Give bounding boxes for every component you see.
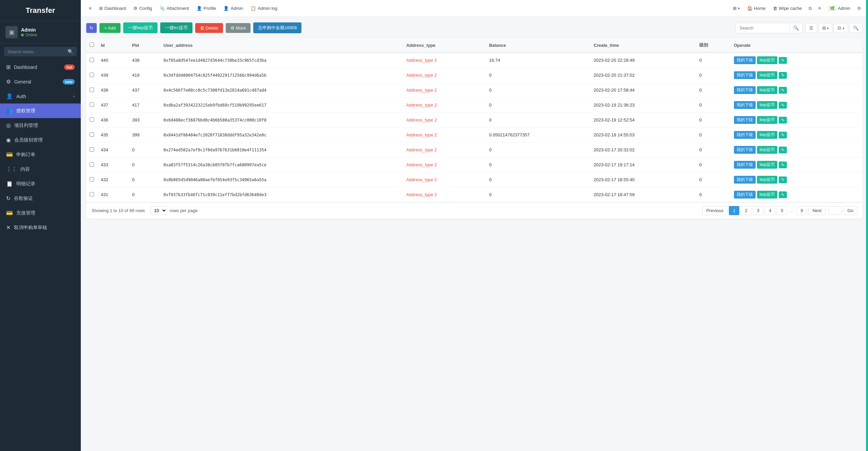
admin-user-btn[interactable]: 🌿 Admin [826,3,853,13]
edit-btn[interactable]: ✎ [779,132,787,138]
bep-withdraw-btn[interactable]: bep提币 [757,131,777,139]
page-2-btn[interactable]: 2 [741,206,751,215]
my-subordinate-btn[interactable]: 我的下级 [734,176,756,184]
row-checkbox-2[interactable] [90,88,94,92]
topnav-profile[interactable]: 👤 Profile [193,4,220,13]
my-subordinate-btn[interactable]: 我的下级 [734,146,756,154]
sidebar-item-content[interactable]: ⋮⋮内容 [0,162,81,176]
my-subordinate-btn[interactable]: 我的下级 [734,131,756,139]
sidebar-item-member-mgmt[interactable]: ◉会员级别管理 [0,133,81,147]
bep-withdraw-btn[interactable]: bep提币 [757,161,777,169]
bep-withdraw-btn[interactable]: bep提币 [757,116,777,124]
row-checkbox-6[interactable] [90,147,94,152]
topnav-attachment[interactable]: 📎 Attachment [156,4,192,13]
page-9-btn[interactable]: 9 [796,206,807,215]
go-to-page-input[interactable] [828,206,842,215]
bep-withdraw-btn[interactable]: bep提币 [757,176,777,184]
filter-btn[interactable]: ⊟ ▾ [834,23,848,33]
row-checkbox-1[interactable] [90,73,94,77]
search-button[interactable]: 🔍 [790,23,803,33]
bep-button[interactable]: 一键bep提币 [123,22,158,33]
bep-withdraw-btn[interactable]: bep提币 [757,71,777,79]
cell-pid: 437 [129,83,160,98]
search-icon: 🔍 [793,25,799,31]
topnav-dashboard[interactable]: ⊞ Dashboard [96,4,130,13]
my-subordinate-btn[interactable]: 我的下级 [734,86,756,94]
page-5-btn[interactable]: 5 [777,206,787,215]
sidebar-item-recharge[interactable]: 💳充值管理 [0,206,81,220]
my-subordinate-btn[interactable]: 我的下级 [734,71,756,79]
previous-btn[interactable]: Previous [702,206,728,215]
sidebar-item-orders[interactable]: 💳申购订单 [0,147,81,162]
my-subordinate-btn[interactable]: 我的下级 [734,56,756,64]
topnav-admin[interactable]: 👤 Admin [220,4,246,13]
sidebar-item-cancel-order[interactable]: ✕取消申购单审核 [0,220,81,235]
my-subordinate-btn[interactable]: 我的下级 [734,161,756,169]
sidebar-item-dashboard[interactable]: ⊞Dashboardhot [0,60,81,74]
sidebar-item-project-mgmt[interactable]: ◎项目列管理 [0,118,81,133]
row-checkbox-8[interactable] [90,177,94,182]
row-checkbox-3[interactable] [90,102,94,107]
edit-btn[interactable]: ✎ [779,191,787,198]
sidebar-item-general[interactable]: ⚙Generalnew [0,74,81,89]
search-input[interactable] [735,23,790,33]
refresh-button[interactable]: ↻ [86,23,97,33]
row-checkbox-5[interactable] [90,132,94,137]
row-checkbox-0[interactable] [90,58,94,62]
wipe-cache-btn[interactable]: 🗑 Wipe cache [770,4,805,13]
grid-view-btn[interactable]: ⊞ ▾ [818,23,833,33]
my-subordinate-btn[interactable]: 我的下级 [734,101,756,109]
edit-btn[interactable]: ✎ [779,87,787,94]
bep-withdraw-btn[interactable]: bep提币 [757,146,777,154]
grid-menu-btn[interactable]: ⊞ ▾ [730,4,742,13]
edit-btn[interactable]: ✎ [779,117,787,124]
my-subordinate-btn[interactable]: 我的下级 [734,191,756,199]
menu-toggle-btn[interactable]: ≡ [86,4,95,13]
cell-level: 0 [696,128,731,143]
bep-withdraw-btn[interactable]: bep提币 [757,86,777,94]
more-button[interactable]: ⚙ More [226,23,251,33]
total-button[interactable]: 总申购中金额16908 [253,22,301,33]
edit-btn[interactable]: ✎ [779,57,787,64]
sidebar-search[interactable]: 🔍 [4,47,77,56]
edit-btn[interactable]: ✎ [779,72,787,79]
rows-per-page-select[interactable]: 10 25 50 [150,206,167,215]
edit-btn[interactable]: ✎ [779,176,787,183]
copy-btn[interactable]: ⧉ [807,4,814,13]
go-btn[interactable]: Go [844,206,857,215]
search-menu-input[interactable] [7,49,68,54]
select-all-checkbox[interactable] [90,42,94,47]
page-4-btn[interactable]: 4 [765,206,775,215]
sidebar-item-google-auth[interactable]: ↻谷歌验证 [0,191,81,206]
edit-btn[interactable]: ✎ [779,102,787,109]
filter-icon: ⊟ [837,25,841,31]
row-checkbox-9[interactable] [90,192,94,196]
page-1-btn[interactable]: 1 [729,206,739,215]
trc-button[interactable]: 一键trc提币 [160,22,192,33]
home-btn[interactable]: 🏠 Home [744,4,769,13]
sidebar-item-records[interactable]: 📋明细记录 [0,176,81,191]
my-subordinate-btn[interactable]: 我的下级 [734,116,756,124]
page-3-btn[interactable]: 3 [753,206,763,215]
edit-btn[interactable]: ✎ [779,147,787,153]
settings-btn[interactable]: ⚙ [855,4,863,13]
expand-search-btn[interactable]: 🔍 [849,23,863,33]
bep-withdraw-btn[interactable]: bep提币 [757,101,777,109]
next-btn[interactable]: Next [808,206,826,215]
close-btn[interactable]: ✕ [816,4,824,13]
bep-withdraw-btn[interactable]: bep提币 [757,191,777,199]
cell-balance: 0.050214762377357 [486,128,590,143]
topnav-admin-log[interactable]: 📋 Admin log [247,4,281,13]
delete-button[interactable]: 🗑 Delete [195,23,223,33]
edit-btn[interactable]: ✎ [779,162,787,168]
row-checkbox-4[interactable] [90,117,94,122]
cell-create-time: 2023-02-19 12:52:54 [590,113,696,128]
bep-withdraw-btn[interactable]: bep提币 [757,56,777,64]
cell-operate: 我的下级 bep提币 ✎ [731,113,863,128]
sidebar-item-auth-mgmt[interactable]: 👥授权管理 [0,104,81,118]
topnav-config[interactable]: ⚙ Config [130,4,155,13]
list-view-btn[interactable]: ☰ [806,23,817,33]
sidebar-item-auth[interactable]: 👤Auth‹ [0,89,81,104]
add-button[interactable]: + Add [99,23,121,33]
row-checkbox-7[interactable] [90,162,94,167]
